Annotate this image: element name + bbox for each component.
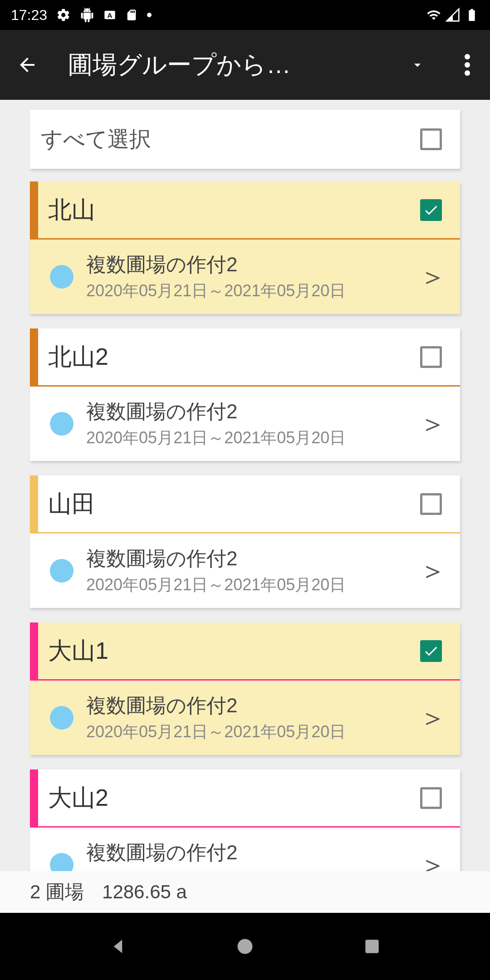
svg-rect-6 [365, 940, 378, 953]
crop-color-dot-icon [50, 559, 74, 583]
select-all-label: すべて選択 [41, 125, 420, 154]
triangle-left-icon [108, 936, 128, 956]
gear-icon [56, 8, 71, 22]
check-icon [423, 643, 439, 659]
select-all-card: すべて選択 [30, 110, 460, 169]
field-header-row[interactable]: 大山2 [30, 769, 460, 828]
field-detail-row[interactable]: 複数圃場の作付2 2020年05月21日～2021年05月20日 ＞ [30, 534, 460, 608]
svg-point-3 [465, 62, 470, 68]
field-header-row[interactable]: 北山 [30, 181, 460, 240]
field-color-bar [30, 475, 38, 532]
field-color-bar [30, 328, 38, 385]
field-card: 北山 複数圃場の作付2 2020年05月21日～2021年05月20日 ＞ [30, 181, 460, 314]
field-name: 山田 [48, 488, 420, 520]
crop-title: 複数圃場の作付2 [86, 692, 419, 719]
field-card: 山田 複数圃場の作付2 2020年05月21日～2021年05月20日 ＞ [30, 475, 460, 608]
page-title: 圃場グループから… [68, 49, 390, 82]
field-color-bar [30, 622, 38, 679]
field-checkbox[interactable] [420, 199, 442, 221]
svg-text:A: A [108, 11, 113, 19]
crop-color-dot-icon [50, 706, 74, 730]
field-color-bar [30, 181, 38, 238]
select-all-row[interactable]: すべて選択 [30, 110, 460, 169]
chevron-right-icon: ＞ [419, 700, 446, 736]
footer-count: 2 圃場 [30, 879, 84, 905]
chevron-right-icon: ＞ [419, 259, 446, 295]
field-detail-row[interactable]: 複数圃場の作付2 2020年05月21日～2021年05月20日 ＞ [30, 828, 460, 871]
field-header-row[interactable]: 大山1 [30, 622, 460, 681]
crop-title: 複数圃場の作付2 [86, 545, 419, 572]
field-name: 北山2 [48, 341, 420, 373]
field-header-row[interactable]: 北山2 [30, 328, 460, 387]
nav-bar [0, 913, 490, 980]
crop-date-range: 2020年05月21日～2021年05月20日 [86, 868, 419, 871]
field-detail-row[interactable]: 複数圃場の作付2 2020年05月21日～2021年05月20日 ＞ [30, 240, 460, 314]
overflow-menu-button[interactable] [454, 47, 481, 83]
field-checkbox[interactable] [420, 787, 442, 809]
circle-icon [235, 936, 255, 956]
field-checkbox[interactable] [420, 493, 442, 515]
android-icon [80, 8, 94, 22]
select-all-checkbox[interactable] [420, 128, 442, 150]
keyboard-lang-icon: A [103, 9, 116, 21]
footer-bar: 2 圃場 1286.65 a [0, 871, 490, 913]
field-card: 北山2 複数圃場の作付2 2020年05月21日～2021年05月20日 ＞ [30, 328, 460, 461]
nav-recents-button[interactable] [358, 933, 386, 960]
footer-area: 1286.65 a [102, 881, 187, 903]
status-time: 17:23 [11, 7, 47, 24]
field-card: 大山2 複数圃場の作付2 2020年05月21日～2021年05月20日 ＞ [30, 769, 460, 871]
chevron-right-icon: ＞ [419, 406, 446, 442]
crop-color-dot-icon [50, 853, 74, 871]
battery-icon [465, 8, 479, 22]
crop-color-dot-icon [50, 412, 74, 436]
svg-point-2 [465, 54, 470, 59]
nav-home-button[interactable] [231, 933, 259, 960]
back-button[interactable] [14, 51, 41, 78]
svg-point-4 [465, 70, 470, 76]
chevron-down-icon [410, 57, 425, 73]
dropdown-button[interactable] [399, 47, 436, 83]
crop-title: 複数圃場の作付2 [86, 251, 419, 278]
field-name: 大山1 [48, 635, 420, 667]
app-bar: 圃場グループから… [0, 30, 490, 100]
chevron-right-icon: ＞ [419, 847, 446, 872]
check-icon [423, 202, 439, 218]
field-card: 大山1 複数圃場の作付2 2020年05月21日～2021年05月20日 ＞ [30, 622, 460, 755]
field-name: 大山2 [48, 782, 420, 814]
field-checkbox[interactable] [420, 640, 442, 662]
more-vert-icon [465, 54, 470, 76]
chevron-right-icon: ＞ [419, 553, 446, 589]
crop-date-range: 2020年05月21日～2021年05月20日 [86, 721, 419, 743]
field-detail-row[interactable]: 複数圃場の作付2 2020年05月21日～2021年05月20日 ＞ [30, 681, 460, 755]
field-color-bar [30, 769, 38, 826]
crop-color-dot-icon [50, 265, 74, 289]
crop-date-range: 2020年05月21日～2021年05月20日 [86, 280, 419, 302]
field-detail-row[interactable]: 複数圃場の作付2 2020年05月21日～2021年05月20日 ＞ [30, 387, 460, 461]
field-checkbox[interactable] [420, 346, 442, 368]
status-bar: 17:23 A [0, 0, 490, 30]
content-area[interactable]: すべて選択 北山 複数圃場の作付2 2020年05月21日～2021年05月20… [0, 100, 490, 871]
crop-title: 複数圃場の作付2 [86, 839, 419, 866]
crop-date-range: 2020年05月21日～2021年05月20日 [86, 574, 419, 596]
wifi-icon [426, 8, 441, 22]
svg-point-5 [238, 939, 253, 954]
field-name: 北山 [48, 194, 420, 226]
crop-title: 複数圃場の作付2 [86, 398, 419, 425]
field-header-row[interactable]: 山田 [30, 475, 460, 534]
signal-icon [446, 8, 460, 22]
square-icon [362, 936, 382, 956]
sd-card-icon [125, 9, 138, 21]
notification-dot-icon [147, 13, 152, 17]
crop-date-range: 2020年05月21日～2021年05月20日 [86, 427, 419, 449]
nav-back-button[interactable] [104, 933, 132, 960]
arrow-left-icon [16, 54, 38, 76]
